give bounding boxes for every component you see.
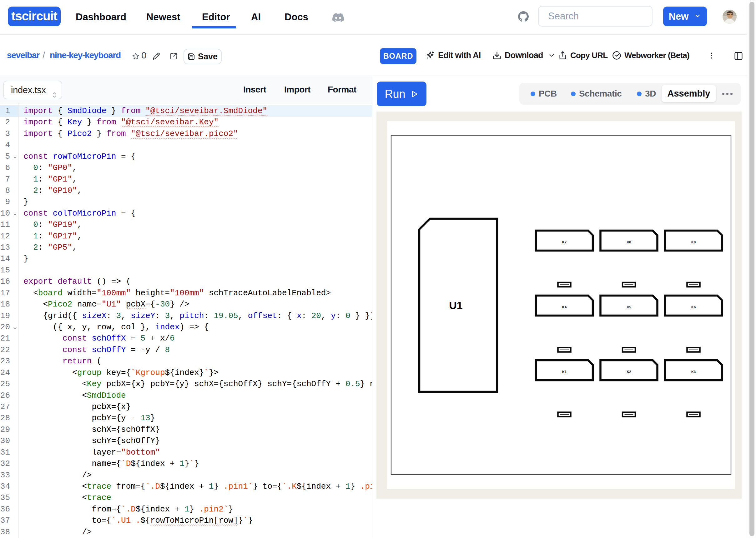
svg-text:U1: U1 [449, 299, 462, 311]
svg-text:K2: K2 [626, 370, 631, 374]
svg-text:K7: K7 [562, 240, 566, 244]
svg-text:K6: K6 [691, 305, 696, 309]
svg-text:K1: K1 [562, 370, 566, 374]
svg-text:K4: K4 [562, 305, 567, 309]
svg-text:K8: K8 [626, 240, 631, 244]
svg-text:K5: K5 [626, 305, 631, 309]
svg-text:K3: K3 [691, 370, 696, 374]
svg-text:K9: K9 [691, 240, 696, 244]
